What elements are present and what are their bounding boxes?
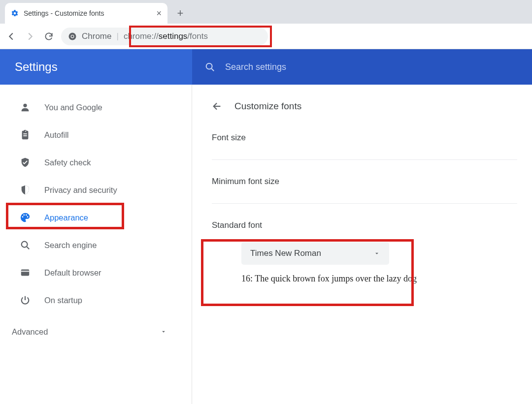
sidebar-item-label: You and Google [44, 103, 102, 112]
svg-point-4 [23, 104, 27, 107]
sidebar-item-safety-check[interactable]: Safety check [0, 149, 192, 176]
address-bar[interactable]: Chrome | chrome://settings/fonts [61, 28, 268, 45]
sidebar-item-you-and-google[interactable]: You and Google [0, 93, 192, 121]
sidebar-item-label: Autofill [44, 130, 69, 140]
sidebar-item-privacy-security[interactable]: Privacy and security [0, 176, 192, 204]
omnibox-prefix: Chrome [82, 31, 111, 41]
page-title: Customize fonts [234, 101, 301, 112]
close-icon[interactable]: × [156, 8, 162, 19]
search-placeholder: Search settings [225, 62, 286, 72]
tab-strip: Settings - Customize fonts × + [0, 0, 532, 24]
forward-icon[interactable] [24, 30, 36, 43]
settings-title: Settings [0, 60, 192, 74]
sidebar-item-label: Safety check [44, 158, 91, 167]
power-icon [20, 295, 31, 306]
sidebar-advanced-toggle[interactable]: Advanced [0, 318, 192, 345]
browser-tab[interactable]: Settings - Customize fonts × [5, 3, 167, 24]
svg-point-2 [71, 35, 74, 37]
dropdown-value: Times New Roman [250, 249, 321, 258]
new-tab-button[interactable]: + [172, 5, 188, 21]
shield-icon [20, 185, 31, 195]
omnibox-url: chrome://settings/fonts [124, 31, 208, 41]
sidebar-item-label: Privacy and security [44, 186, 117, 195]
browser-toolbar: Chrome | chrome://settings/fonts [0, 24, 532, 49]
search-settings-input[interactable]: Search settings [192, 49, 532, 85]
sidebar-item-appearance[interactable]: Appearance [0, 204, 192, 231]
sidebar-item-on-startup[interactable]: On startup [0, 286, 192, 314]
gear-icon [11, 9, 19, 17]
back-icon[interactable] [5, 30, 18, 43]
min-font-size-section: Minimum font size [212, 160, 517, 204]
sidebar-item-label: Appearance [44, 213, 88, 222]
chevron-down-icon [373, 250, 380, 257]
font-size-label: Font size [212, 133, 246, 142]
svg-point-3 [206, 63, 212, 69]
advanced-label: Advanced [12, 327, 48, 337]
chevron-down-icon [160, 328, 167, 335]
sidebar-item-label: Default browser [44, 268, 101, 278]
sidebar-item-search-engine[interactable]: Search engine [0, 231, 192, 259]
svg-point-5 [22, 242, 28, 248]
palette-icon [20, 212, 31, 223]
sidebar-item-label: Search engine [44, 241, 97, 250]
min-font-size-label: Minimum font size [212, 177, 279, 186]
settings-content: Customize fonts Font size Minimum font s… [192, 85, 532, 404]
back-arrow-icon[interactable] [212, 101, 223, 112]
standard-font-sample: 16: The quick brown fox jumps over the l… [241, 274, 517, 284]
font-size-section: Font size [212, 116, 517, 160]
reload-icon[interactable] [42, 30, 55, 43]
standard-font-section: Standard font Times New Roman 16: The qu… [212, 204, 517, 301]
standard-font-label: Standard font [212, 220, 262, 230]
tab-title: Settings - Customize fonts [24, 9, 151, 17]
shield-check-icon [20, 157, 31, 168]
settings-sidebar: You and Google Autofill Safety check Pri… [0, 85, 192, 404]
sidebar-item-default-browser[interactable]: Default browser [0, 259, 192, 286]
search-icon [204, 62, 215, 72]
sidebar-item-autofill[interactable]: Autofill [0, 121, 192, 149]
search-icon [20, 240, 31, 250]
settings-header: Settings Search settings [0, 49, 532, 85]
browser-window-icon [20, 267, 31, 278]
standard-font-dropdown[interactable]: Times New Roman [241, 242, 389, 265]
sidebar-item-label: On startup [44, 296, 82, 305]
chrome-logo-icon [68, 32, 77, 41]
person-icon [20, 102, 31, 113]
clipboard-icon [20, 129, 31, 140]
